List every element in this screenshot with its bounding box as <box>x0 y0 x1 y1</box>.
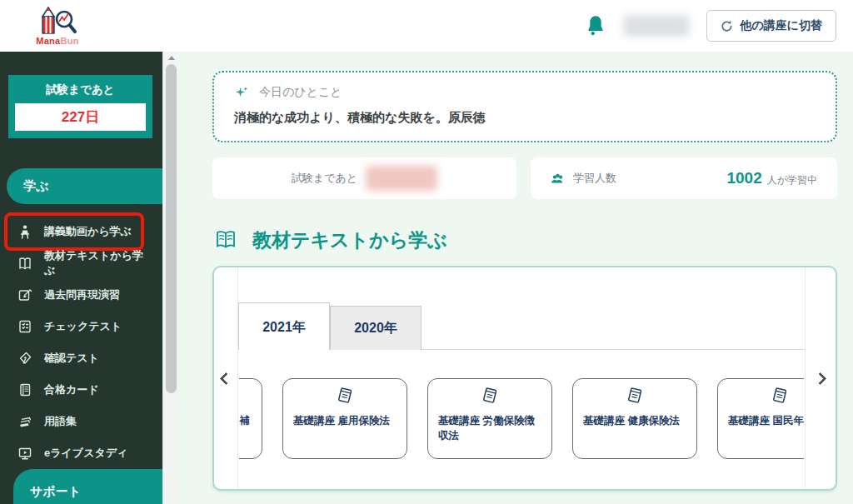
tab-2021[interactable]: 2021年 <box>238 302 330 350</box>
sidebar-item-textbooks[interactable]: 教材テキストから学ぶ <box>0 247 162 279</box>
material-card-label: 基礎講座 労働保険徴収法 <box>438 413 541 443</box>
switch-course-label: 他の講座に切替 <box>740 18 822 33</box>
section-title: 教材テキストから学ぶ <box>252 227 447 253</box>
user-name-redacted <box>623 15 690 37</box>
glossary-icon <box>17 414 32 429</box>
scrollbar-thumb[interactable] <box>166 64 177 393</box>
learners-suffix: 人が学習中 <box>767 173 817 187</box>
sidebar-item-check-test[interactable]: チェックテスト <box>0 311 162 342</box>
sidebar-menu: 講義動画から学ぶ 教材テキストから学ぶ 過去問再現演習 チェックテスト 確認テス… <box>0 216 162 469</box>
e-live-study-icon <box>17 446 32 461</box>
check-test-icon <box>17 319 32 334</box>
sidebar: 試験まであと 227日 学ぶ 講義動画から学ぶ 教材テキストから学ぶ 過去問再現… <box>0 52 162 504</box>
material-card-label: 基礎講座 健康保険法 <box>583 413 686 428</box>
brand-pencil-magnifier-icon <box>35 7 80 38</box>
confirm-test-icon <box>17 351 32 366</box>
notebook-icon <box>336 386 354 406</box>
pass-card-icon <box>17 382 32 397</box>
sidebar-item-label: 過去問再現演習 <box>44 287 120 302</box>
sidebar-item-label: 用語集 <box>44 414 77 429</box>
exam-countdown-label: 試験まであと <box>292 171 357 186</box>
sparkle-icon <box>234 85 249 100</box>
learners-card: 学習人数 1002 人が学習中 <box>531 157 837 199</box>
lecture-video-icon <box>17 224 32 239</box>
carousel-prev-button[interactable] <box>220 372 233 386</box>
sidebar-section-support: サポート <box>13 469 162 504</box>
carousel-next-button[interactable] <box>814 372 827 386</box>
material-card[interactable]: 基礎講座 労働保険徴収法 <box>427 378 552 459</box>
material-card-label: 基礎講座 国民年金法 <box>728 413 804 428</box>
year-tabs: 2021年 2020年 <box>238 302 422 350</box>
notebook-icon <box>626 386 644 406</box>
sidebar-item-pass-card[interactable]: 合格カード <box>0 374 162 406</box>
daily-quote-card: 今日のひとこと 消極的な成功より、積極的な失敗を。原辰徳 <box>212 71 837 142</box>
switch-course-button[interactable]: 他の講座に切替 <box>706 10 836 42</box>
sidebar-item-label: 講義動画から学ぶ <box>44 224 132 239</box>
sidebar-scrollbar[interactable] <box>162 52 179 504</box>
sidebar-item-label: eライブスタディ <box>44 446 127 461</box>
main-content: 今日のひとこと 消極的な成功より、積極的な失敗を。原辰徳 試験まであと 学習人数… <box>180 52 853 504</box>
sidebar-item-label: 確認テスト <box>44 351 99 366</box>
quote-label: 今日のひとこと <box>259 85 342 100</box>
material-card[interactable]: 補 <box>239 378 262 459</box>
material-card-label: 基礎講座 雇用保険法 <box>293 413 397 428</box>
sidebar-section-learn: 学ぶ <box>7 168 162 204</box>
scrollbar-up-arrow-icon[interactable] <box>168 56 175 60</box>
sidebar-item-e-live-study[interactable]: eライブスタディ <box>0 437 162 469</box>
textbook-icon <box>17 256 32 271</box>
sidebar-item-confirm-test[interactable]: 確認テスト <box>0 342 162 374</box>
sidebar-item-label: チェックテスト <box>44 319 122 334</box>
materials-carousel: 補 基礎講座 雇用保険法 基礎講座 労働保険徴収法 <box>239 378 804 459</box>
sidebar-item-glossary[interactable]: 用語集 <box>0 406 162 437</box>
material-card[interactable]: 基礎講座 国民年金法 <box>717 378 804 459</box>
exam-countdown-widget: 試験まであと 227日 <box>8 75 152 138</box>
refresh-icon <box>721 20 733 32</box>
sidebar-item-label: 合格カード <box>44 382 99 397</box>
notebook-icon <box>481 386 499 406</box>
open-book-icon <box>212 228 239 252</box>
past-exam-icon <box>17 287 32 302</box>
countdown-days: 227日 <box>15 103 146 131</box>
material-card[interactable]: 基礎講座 健康保険法 <box>572 378 697 459</box>
sidebar-item-past-exams[interactable]: 過去問再現演習 <box>0 279 162 311</box>
exam-countdown-card: 試験まであと <box>212 157 516 199</box>
learners-count: 1002 <box>726 169 761 187</box>
sidebar-item-label: 教材テキストから学ぶ <box>44 248 149 278</box>
material-card[interactable]: 基礎講座 雇用保険法 <box>282 378 407 459</box>
notification-bell-icon[interactable] <box>585 14 606 37</box>
material-card-label: 補 <box>239 413 252 428</box>
sidebar-item-lecture-videos[interactable]: 講義動画から学ぶ <box>0 216 162 247</box>
people-icon <box>551 172 565 185</box>
learners-label: 学習人数 <box>573 171 616 186</box>
materials-panel: 2021年 2020年 補 基礎講座 雇用保険法 <box>212 266 837 491</box>
app-header: ManaBun 他の講座に切替 <box>0 0 853 52</box>
countdown-label: 試験まであと <box>15 82 146 97</box>
quote-text: 消極的な成功より、積極的な失敗を。原辰徳 <box>234 110 816 126</box>
exam-days-redacted <box>366 166 437 191</box>
brand-wordmark: ManaBun <box>36 37 79 46</box>
notebook-icon <box>771 386 789 406</box>
tab-2020[interactable]: 2020年 <box>330 306 422 350</box>
app-logo[interactable]: ManaBun <box>35 7 80 46</box>
